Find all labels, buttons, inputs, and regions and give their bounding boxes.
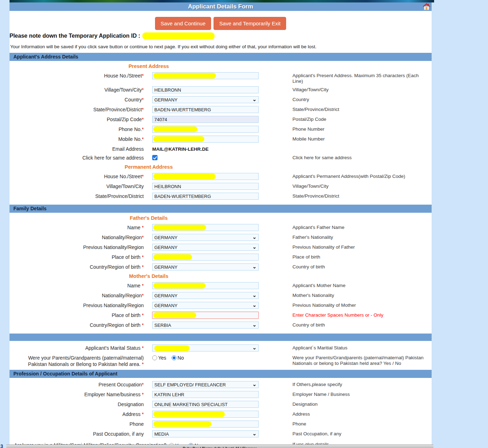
required-asterisk: * [142,264,144,270]
field-label: Applicant's Marital Status [85,345,142,351]
parents-no-radio[interactable] [172,355,177,360]
marital-status-select[interactable]: ⌄ [152,344,259,351]
permanent-house-input[interactable] [152,173,259,180]
form-row: Nationality/Region* GERMANY⌄ Father's Na… [10,234,432,241]
section-header-blank [10,334,432,341]
chevron-down-icon: ⌄ [252,264,257,269]
employer-name-input[interactable] [152,391,259,398]
home-icon[interactable] [423,3,430,10]
required-asterisk: * [142,73,144,79]
present-mobile-input[interactable] [152,136,259,143]
required-asterisk: * [142,87,144,93]
save-and-continue-button[interactable]: Save and Continue [155,17,211,30]
field-help: Father's Nationality [292,234,430,240]
field-help: Applicant's Permanent Address(with Posta… [292,173,430,179]
redacted-value [153,126,197,132]
selected-value: GERMANY [154,97,178,102]
same-address-checkbox[interactable] [152,155,157,160]
selected-value: GERMANY [154,235,178,240]
chevron-down-icon: ⌄ [252,234,257,240]
redacted-value [153,73,216,79]
required-asterisk: * [142,126,144,132]
app-id-label: Please note down the Temporary Applicati… [10,33,140,39]
mother-nationality-select[interactable]: GERMANY⌄ [152,292,259,299]
father-birthcountry-select[interactable]: GERMANY⌄ [152,263,259,270]
present-phone-input[interactable] [152,126,259,133]
field-help: Mother's Nationality [292,292,430,298]
field-help: Village/Town/City [292,86,430,93]
page-indicator: 3 [0,443,3,448]
field-label: Postal/Zip Code [107,117,142,122]
required-asterisk: * [142,254,144,260]
field-help: Country of birth [292,263,430,270]
field-help: Were your Parents/Grandparents (paternal… [292,354,430,366]
redacted-value [153,225,206,230]
form-row: Past Occupation, if any MEDIA⌄ Past Occu… [10,430,432,438]
required-asterisk: * [142,382,144,387]
radio-label-yes: Yes [158,355,166,361]
employer-phone-input[interactable] [152,421,259,428]
field-help: Village/Town/City [292,183,430,189]
redacted-value [153,174,216,179]
present-occupation-select[interactable]: SELF EMPLOYED/ FREELANCER⌄ [152,381,259,388]
page: Applicant Details Form Save and Continue… [0,0,488,448]
field-help: Past Occupation, if any [292,430,430,437]
father-nationality-select[interactable]: GERMANY⌄ [152,234,259,241]
permanent-state-input[interactable] [152,193,259,200]
field-label: House No./Street [104,174,142,179]
form-row: Village/Town/City Village/Town/City [10,183,432,190]
field-help: Country of birth [292,322,430,328]
redacted-value [153,136,204,142]
fathers-details-title: Father's Details [10,215,288,221]
mother-birthplace-input[interactable] [152,312,259,319]
field-help: Previous Nationality of Father [292,244,430,250]
permanent-address-title: Permanent Address [10,164,288,170]
designation-input[interactable] [152,401,259,408]
past-occupation-select[interactable]: MEDIA⌄ [152,430,259,437]
field-help: Click here for same address [292,154,430,161]
present-house-input[interactable] [152,72,259,79]
present-city-input[interactable] [152,86,259,93]
permanent-city-input[interactable] [152,183,259,190]
field-label: Mobile No. [118,136,142,142]
field-help: Applicant's Father Name [292,224,430,230]
chevron-down-icon: ⌄ [252,322,257,328]
selected-value: SELF EMPLOYED/ FREELANCER [154,382,226,387]
present-state-input[interactable] [152,106,259,113]
father-prev-nationality-select[interactable]: GERMANY⌄ [152,244,259,251]
top-button-row: Save and Continue Save and Temporarily E… [10,17,432,30]
banner-photo-strip [10,0,434,2]
field-help: Address [292,411,430,417]
employer-address-input[interactable] [152,411,259,418]
field-label: Designation [118,402,144,407]
father-name-input[interactable] [152,224,259,231]
redacted-application-id [142,32,215,39]
field-label: Country [125,97,142,102]
form-container: Applicant Details Form Save and Continue… [10,0,432,448]
chevron-down-icon: ⌄ [252,244,257,250]
present-country-select[interactable]: GERMANY⌄ [152,96,259,103]
field-help: Applicant's Mother Name [292,282,430,288]
form-row: Country/Region of birth * SERBIA⌄ Countr… [10,322,432,329]
field-label: Present Occupation [99,382,142,387]
field-help: Employer Name / Business [292,391,430,397]
form-row: Place of birth * Place of birth [10,254,432,261]
chevron-down-icon: ⌄ [252,345,257,350]
mother-prev-nationality-select[interactable]: GERMANY⌄ [152,302,259,309]
parents-yes-radio[interactable] [152,355,157,360]
mother-birthcountry-select[interactable]: SERBIA⌄ [152,322,259,329]
form-row: Phone Phone [10,421,432,428]
save-and-exit-button[interactable]: Save and Temporarily Exit [214,17,286,30]
father-birthplace-input[interactable] [152,254,259,261]
field-label: Previous Nationality/Region [83,244,144,250]
present-postal-input[interactable] [152,116,259,123]
selected-value: MEDIA [154,431,169,437]
redacted-value [153,283,205,288]
mother-name-input[interactable] [152,282,259,289]
field-label: Past Occupation, if any [93,431,144,437]
required-asterisk: * [142,392,144,397]
field-label: Nationality/Region [102,293,142,298]
field-help: Previous Nationality of Mother [292,302,430,308]
selected-value: GERMANY [154,293,178,298]
section-header-address: Applicant's Address Details [10,53,432,61]
